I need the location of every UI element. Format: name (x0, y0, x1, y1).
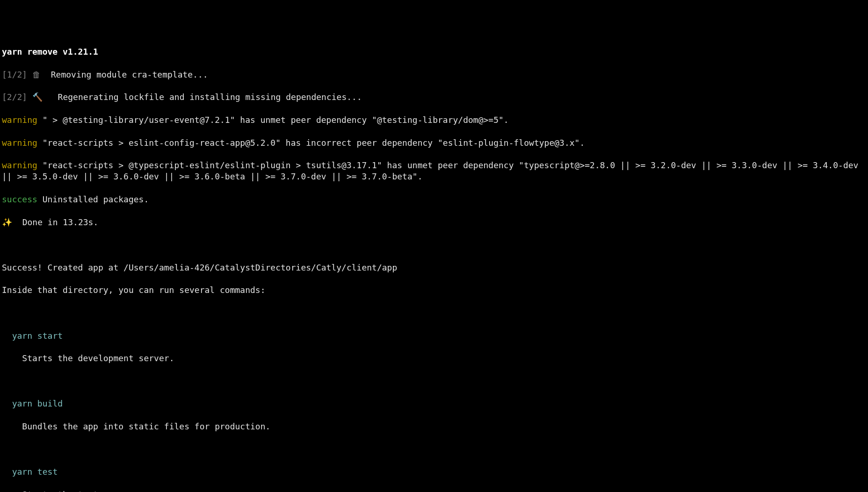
step-1-text: Removing module cra-template... (51, 70, 208, 79)
hammer-icon: 🔨 (32, 92, 43, 102)
yarn-test-desc: Starts the test runner. (22, 490, 138, 492)
yarn-build-desc: Bundles the app into static files for pr… (22, 421, 270, 431)
warning-text-2: "react-scripts > eslint-config-react-app… (37, 138, 585, 148)
trash-icon: 🗑 (32, 70, 41, 79)
warning-text-3: "react-scripts > @typescript-eslint/esli… (2, 160, 863, 181)
created-line: Success! Created app at /Users/amelia-42… (2, 262, 866, 273)
done-text-1: Done in 13.23s. (12, 217, 98, 227)
warning-label-1: warning (2, 115, 37, 125)
warning-label-2: warning (2, 138, 37, 148)
yarn-build-cmd: yarn build (12, 399, 63, 408)
yarn-start-desc: Starts the development server. (22, 353, 174, 363)
step-2-label: [2/2] (2, 92, 27, 102)
warning-label-3: warning (2, 160, 37, 170)
inside-line: Inside that directory, you can run sever… (2, 285, 866, 296)
warning-text-1: " > @testing-library/user-event@7.2.1" h… (37, 115, 509, 125)
success-label: success (2, 194, 37, 204)
success-text: Uninstalled packages. (37, 194, 149, 204)
step-1-label: [1/2] (2, 70, 27, 79)
yarn-test-cmd: yarn test (12, 467, 58, 477)
yarn-header: yarn remove v1.21.1 (2, 47, 98, 57)
yarn-start-cmd: yarn start (12, 331, 63, 341)
step-2-text: Regenerating lockfile and installing mis… (58, 92, 362, 102)
sparkle-icon-1: ✨ (2, 217, 12, 227)
